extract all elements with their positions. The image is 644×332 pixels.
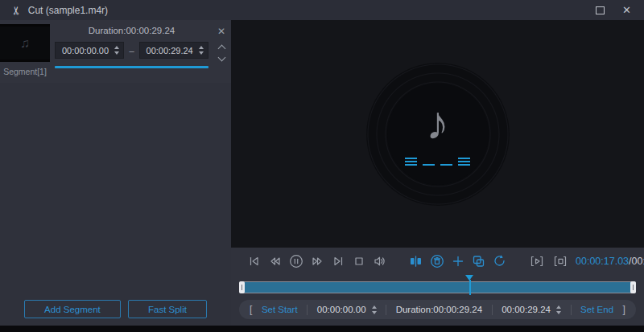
segment-end-spinner[interactable] [199,46,204,55]
set-end-button[interactable]: Set End [580,305,613,314]
control-bar: 00:00:17.03/00:00:29.24 [ [231,248,644,326]
spin-down-icon[interactable] [114,51,119,55]
step-forward-icon[interactable] [311,255,324,268]
trim-divider [492,305,493,315]
trim-end-value: 00:00:29.24 [502,305,551,314]
scissors-icon: ✂ [10,6,22,15]
range-dash: – [129,46,134,55]
stop-icon[interactable] [353,255,365,268]
maximize-icon[interactable] [596,6,605,14]
split-segment-icon[interactable] [409,255,423,268]
segment-start-input[interactable]: 00:00:00.00 [55,42,124,59]
spin-down-icon[interactable] [372,311,377,314]
segment-list-empty-area [0,83,231,300]
stop-segment-icon[interactable] [552,255,568,268]
copy-segment-icon[interactable] [472,255,485,268]
reset-icon[interactable] [493,254,506,268]
playhead-line [469,280,471,295]
delete-segment-icon[interactable] [430,254,444,268]
trim-end-input[interactable]: 00:00:29.24 [502,305,561,314]
spin-up-icon[interactable] [556,305,561,309]
music-note-icon: ♪ [426,100,449,146]
window-title: Cut (sample1.m4r) [28,5,108,16]
trim-start-input[interactable]: 00:00:00.00 [317,305,377,314]
time-display: 00:00:17.03/00:00:29.24 [576,256,644,267]
segment-item[interactable]: ♫ Segment[1] Duration:00:00:29.24 00:00:… [0,20,231,83]
trim-end-spinner[interactable] [556,305,561,314]
add-segment-button[interactable]: Add Segment [24,300,121,318]
segment-end-value: 00:00:29.24 [147,46,193,55]
bottom-strip [0,326,644,332]
skip-start-icon[interactable] [247,255,261,268]
trim-start-value: 00:00:00.00 [317,305,366,314]
trim-bar: [ Set Start 00:00:00.00 Duration:00:00:2… [239,300,636,319]
music-notes-icon: ♫ [20,36,30,51]
trim-duration-label: Duration:00:00:29.24 [396,305,482,314]
segment-label: Segment[1] [0,67,50,76]
segment-panel: ♫ Segment[1] Duration:00:00:29.24 00:00:… [0,20,231,326]
fast-split-button[interactable]: Fast Split [128,300,207,318]
cut-dialog-window: ✂ Cut (sample1.m4r) ✕ ♫ Segment[1] Durat… [0,0,644,332]
spin-up-icon[interactable] [372,305,377,309]
trim-handle-end[interactable] [630,281,636,293]
add-segment-icon[interactable] [452,255,464,268]
move-segment-down-icon[interactable] [217,54,225,62]
start-bracket: [ [250,304,252,315]
audio-disc: ♪ [366,63,510,206]
segment-start-spinner[interactable] [114,46,119,55]
end-bracket: ] [623,304,625,315]
timeline-track[interactable] [239,281,636,293]
remove-segment-icon[interactable]: ✕ [217,27,225,36]
skip-end-icon[interactable] [332,255,345,268]
preview-area: ♪ [231,20,644,248]
volume-icon[interactable] [373,255,386,268]
play-segment-icon[interactable] [529,255,545,268]
segment-end-input[interactable]: 00:00:29.24 [139,42,208,59]
set-start-button[interactable]: Set Start [262,305,298,314]
spin-up-icon[interactable] [114,46,119,49]
spin-down-icon[interactable] [199,51,204,55]
equalizer-icon [405,154,470,166]
segment-duration-label: Duration:00:00:29.24 [55,26,208,35]
total-time: 00:00:29.24 [632,256,644,267]
trim-divider [386,305,386,315]
trim-start-spinner[interactable] [372,305,377,314]
segment-start-value: 00:00:00.00 [62,46,109,55]
close-icon[interactable]: ✕ [622,5,631,15]
segment-range-bar [55,66,208,68]
current-time: 00:00:17.03 [576,256,629,267]
move-segment-up-icon[interactable] [217,45,225,53]
trim-divider [571,305,572,315]
title-bar: ✂ Cut (sample1.m4r) ✕ [0,0,644,20]
pause-icon[interactable] [289,254,303,268]
spin-down-icon[interactable] [556,311,561,314]
spin-up-icon[interactable] [199,46,204,49]
segment-thumbnail[interactable]: ♫ [0,24,50,62]
trim-divider [307,305,308,315]
trim-handle-start[interactable] [239,281,245,293]
step-back-icon[interactable] [268,255,282,268]
timeline[interactable] [239,274,636,297]
